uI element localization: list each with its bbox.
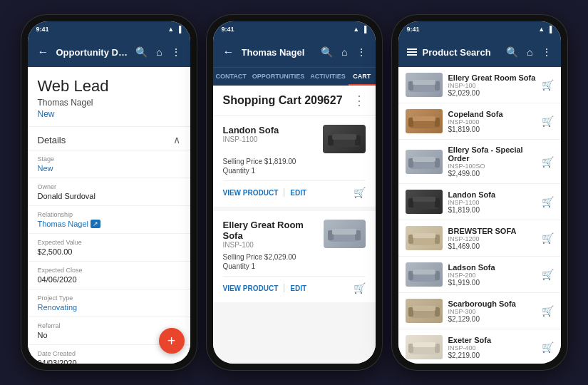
back-button-2[interactable]: ← <box>220 44 237 60</box>
product-thumb-5 <box>406 262 443 287</box>
home-icon-3[interactable]: ⌂ <box>525 45 535 59</box>
svg-rect-34 <box>435 307 440 317</box>
svg-rect-20 <box>410 201 438 209</box>
cart-item-1-actions: VIEW PRODUCT EDIT 🛒 <box>223 180 366 198</box>
field-value-relationship[interactable]: Thomas Nagel ↗ <box>38 220 180 228</box>
home-icon-1[interactable]: ⌂ <box>154 45 164 59</box>
search-icon-1[interactable]: 🔍 <box>133 45 150 59</box>
tab-activities[interactable]: ACTIVITIES <box>307 68 349 86</box>
product-sku-4: INSP-1200 <box>448 235 536 242</box>
cart-item-1-qty: Quantity 1 <box>223 167 366 175</box>
add-to-cart-icon-4[interactable]: 🛒 <box>542 232 554 244</box>
tab-bar-2: CONTACT OPPORTUNITIES ACTIVITIES CART <box>213 67 376 86</box>
back-button-1[interactable]: ← <box>35 44 52 60</box>
product-item-3[interactable]: Landon Sofa INSP-1100 $1,819.00 🛒 <box>398 184 561 220</box>
svg-rect-26 <box>435 235 440 244</box>
nav-title-3: Product Search <box>423 47 500 58</box>
svg-rect-7 <box>332 229 356 235</box>
cart-item-1: Landon Sofa INSP-1100 Sellin <box>213 116 376 207</box>
cart-title: Shopping Cart 209627 <box>223 94 343 107</box>
product-price-5: $1,919.00 <box>448 279 536 287</box>
more-icon-1[interactable]: ⋮ <box>169 45 183 59</box>
status-bar-2: 9:41 ▲ ▐ <box>213 21 376 37</box>
field-label-relationship: Relationship <box>38 211 180 218</box>
battery-icon-3: ▐ <box>547 26 552 33</box>
tab-cart[interactable]: CART <box>349 68 376 86</box>
field-label-expected-value: Expected Value <box>38 239 180 246</box>
product-name-7: Exeter Sofa <box>448 336 536 344</box>
battery-icon-2: ▐ <box>362 26 366 33</box>
product-info-4: BREWSTER SOFA INSP-1200 $1,469.00 <box>448 227 536 250</box>
more-icon-2[interactable]: ⋮ <box>354 45 368 59</box>
more-icon-3[interactable]: ⋮ <box>540 45 554 59</box>
product-item-5[interactable]: Ladson Sofa INSP-200 $1,919.00 🛒 <box>398 257 561 293</box>
field-value-project-type[interactable]: Renovating <box>38 303 180 312</box>
product-item-2[interactable]: Ellery Sofa - Special Order INSP-100SO $… <box>398 140 561 184</box>
battery-icon-1: ▐ <box>177 26 181 33</box>
svg-rect-28 <box>410 274 438 282</box>
field-value-expected-value: $2,500.00 <box>38 247 180 256</box>
add-to-cart-icon-7[interactable]: 🛒 <box>542 342 554 353</box>
search-icon-3[interactable]: 🔍 <box>504 45 520 59</box>
add-to-cart-icon-5[interactable]: 🛒 <box>542 269 554 280</box>
cart-more-icon[interactable]: ⋮ <box>353 93 366 108</box>
remove-icon-1[interactable]: 🛒 <box>354 187 366 198</box>
svg-rect-11 <box>413 80 435 85</box>
cart-content: Shopping Cart 209627 ⋮ Landon Sofa INSP-… <box>213 86 376 364</box>
svg-rect-13 <box>408 118 413 127</box>
edit-btn-1[interactable]: EDIT <box>290 189 306 197</box>
product-price-4: $1,469.00 <box>448 242 536 250</box>
product-thumb-0 <box>406 73 443 97</box>
field-expected-value: Expected Value $2,500.00 <box>28 234 190 262</box>
search-icon-2[interactable]: 🔍 <box>319 45 335 59</box>
product-thumb-3 <box>406 190 443 214</box>
add-to-cart-icon-2[interactable]: 🛒 <box>542 156 554 168</box>
opp-status[interactable]: New <box>38 109 180 119</box>
view-product-btn-2[interactable]: VIEW PRODUCT <box>223 284 279 292</box>
product-sku-2: INSP-100SO <box>448 163 536 170</box>
product-item-7[interactable]: Exeter Sofa INSP-400 $2,219.00 🛒 <box>398 329 561 364</box>
svg-rect-29 <box>408 271 413 280</box>
field-label-stage: Stage <box>38 155 180 163</box>
field-value-stage[interactable]: New <box>38 164 180 173</box>
product-thumb-7 <box>406 335 443 359</box>
hamburger-menu-icon[interactable] <box>406 47 418 57</box>
svg-rect-39 <box>413 342 435 347</box>
opp-contact-name: Thomas Nagel <box>38 98 180 108</box>
details-toggle-icon[interactable]: ∧ <box>173 134 180 145</box>
product-item-1[interactable]: Copeland Sofa INSP-1000 $1,819.00 🛒 <box>398 103 561 140</box>
add-to-cart-icon-6[interactable]: 🛒 <box>542 305 554 317</box>
tab-opportunities[interactable]: OPPORTUNITIES <box>249 68 308 86</box>
cart-item-1-info: Landon Sofa INSP-1100 <box>223 125 279 143</box>
view-product-btn-1[interactable]: VIEW PRODUCT <box>223 189 279 197</box>
svg-rect-23 <box>413 197 435 202</box>
tab-contact[interactable]: CONTACT <box>213 68 249 86</box>
edit-btn-2[interactable]: EDIT <box>290 284 306 292</box>
svg-rect-37 <box>408 344 413 353</box>
nav-bar-2: ← Thomas Nagel 🔍 ⌂ ⋮ <box>213 37 376 67</box>
home-icon-2[interactable]: ⌂ <box>339 45 349 59</box>
svg-rect-32 <box>410 310 438 318</box>
add-to-cart-icon-0[interactable]: 🛒 <box>542 79 554 91</box>
product-item-0[interactable]: Ellery Great Room Sofa INSP-100 $2,029.0… <box>398 67 561 103</box>
fab-add-button[interactable]: + <box>159 328 185 354</box>
product-name-6: Scarborough Sofa <box>448 299 536 308</box>
product-price-0: $2,029.00 <box>448 89 536 97</box>
field-owner: Owner Donald Surdoval <box>28 178 190 206</box>
wifi-icon-3: ▲ <box>538 26 545 33</box>
product-item-4[interactable]: BREWSTER SOFA INSP-1200 $1,469.00 🛒 <box>398 220 561 257</box>
product-sku-6: INSP-300 <box>448 308 536 315</box>
add-to-cart-icon-3[interactable]: 🛒 <box>542 196 554 207</box>
cart-item-2-qty: Quantity 1 <box>223 262 366 270</box>
svg-rect-35 <box>413 306 435 311</box>
remove-icon-2[interactable]: 🛒 <box>354 282 366 294</box>
add-to-cart-icon-1[interactable]: 🛒 <box>542 115 554 127</box>
product-price-6: $2,129.00 <box>448 315 536 323</box>
product-price-3: $1,819.00 <box>448 206 536 214</box>
field-label-expected-close: Expected Close <box>38 267 180 274</box>
svg-rect-25 <box>408 235 413 244</box>
product-list: Ellery Great Room Sofa INSP-100 $2,029.0… <box>398 67 561 364</box>
phone-opportunity-detail: 9:41 ▲ ▐ ← Opportunity De... 🔍 ⌂ ⋮ Web L… <box>21 14 197 371</box>
details-section-header: Details ∧ <box>28 127 190 150</box>
product-item-6[interactable]: Scarborough Sofa INSP-300 $2,129.00 🛒 <box>398 293 561 329</box>
